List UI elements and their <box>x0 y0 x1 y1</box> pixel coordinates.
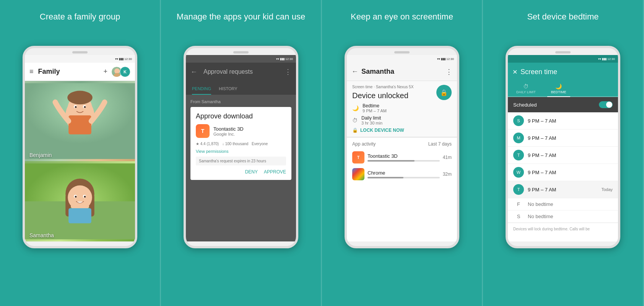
bedtime-tab-label: BEDTIME <box>551 90 566 94</box>
day-time-6: No bedtime <box>528 214 613 219</box>
phone2-status-bar: ▾▾ ▮▮▮ 12:30 <box>186 55 296 63</box>
kid2-name: Samantha <box>29 232 54 238</box>
phone1-status-bar: ▾▾ ▮▮▮ 12:30 <box>25 55 135 63</box>
panel1-heading: Create a family group <box>40 11 120 38</box>
panel3-heading: Keep an eye on screentime <box>351 11 453 38</box>
app2-bar-fill <box>368 177 403 178</box>
phone3-toolbar: ← Samantha ⋮ <box>347 63 457 81</box>
add-icon[interactable]: + <box>103 68 107 76</box>
bedtime-row: 🌙 Bedtime 9 PM – 7 AM <box>352 103 452 113</box>
tab-pending[interactable]: PENDING <box>192 86 211 95</box>
phone2-tabs: PENDING HISTORY <box>186 81 296 95</box>
back-icon[interactable]: ← <box>190 68 197 76</box>
app1-bar-fill <box>368 160 415 162</box>
avatar-2: K <box>120 66 130 77</box>
phone3-status-bar: ▾▾ ▮▮▮ 12:30 <box>347 55 457 63</box>
more-icon[interactable]: ⋮ <box>285 68 291 76</box>
day-row-5[interactable]: FNo bedtime <box>508 198 618 210</box>
scheduled-label: Scheduled <box>513 102 537 108</box>
lock-icon: 🔒 <box>352 128 358 133</box>
scheduled-toggle[interactable] <box>599 101 613 108</box>
day-row-3[interactable]: W9 PM – 7 AM <box>508 164 618 181</box>
day-time-1: 9 PM – 7 AM <box>528 135 613 141</box>
phone2-toolbar: ← Approval requests ⋮ <box>186 63 296 81</box>
phone-2: ▾▾ ▮▮▮ 12:30 ← Approval requests ⋮ PENDI… <box>184 46 298 248</box>
phone2-speaker <box>233 51 249 53</box>
daily-limit-tab-label: DAILY LIMIT <box>516 90 536 94</box>
screen-time-section: Screen time · Samantha's Nexus 5X Device… <box>347 81 457 137</box>
rating: ★ 4.4 (1,870) <box>196 142 219 146</box>
daily-limit-value: 3 hr 30 min <box>361 121 382 125</box>
photo-benjamin: Benjamin <box>25 81 135 161</box>
tab-daily-limit[interactable]: ⏱ DAILY LIMIT <box>512 81 540 97</box>
app-info-row: T Toontastic 3D Google Inc. <box>196 124 286 138</box>
tab-bedtime[interactable]: 🌙 BEDTIME <box>547 81 570 97</box>
day-letter-5: F <box>513 201 524 207</box>
day-row-4[interactable]: T9 PM – 7 AMToday <box>508 181 618 198</box>
day-row-2[interactable]: T9 PM – 7 AM <box>508 147 618 164</box>
usage-row-2: Chrome 32m <box>347 166 457 183</box>
lock-now-button[interactable]: 🔒 LOCK DEVICE NOW <box>352 128 452 133</box>
avatar-group: K <box>111 66 130 77</box>
downloads: ↓ 100 thousand <box>222 142 248 146</box>
from-label: From Samantha <box>190 99 291 104</box>
phone-3: ▾▾ ▮▮▮ 12:30 ← Samantha ⋮ Screen time · … <box>345 46 459 248</box>
days-container: S9 PM – 7 AMM9 PM – 7 AMT9 PM – 7 AMW9 P… <box>508 112 618 223</box>
phone2-title: Approval requests <box>203 68 285 75</box>
day-circle-0: S <box>513 115 524 126</box>
phone3-inner: ▾▾ ▮▮▮ 12:30 ← Samantha ⋮ Screen time · … <box>347 55 457 241</box>
app-activity-header: App activity Last 7 days <box>347 137 457 149</box>
deny-button[interactable]: DENY <box>245 169 258 175</box>
app-icon-toon: T <box>196 124 210 138</box>
phone-4: ▾▾ ▮▮▮ 12:30 ✕ Screen time ⏱ DAILY LIMIT… <box>506 46 620 248</box>
svg-rect-22 <box>68 208 91 223</box>
daily-limit-label: Daily limit <box>361 115 382 121</box>
svg-point-17 <box>68 185 92 210</box>
app-meta: ★ 4.4 (1,870) ↓ 100 thousand Everyone <box>196 142 286 146</box>
day-time-4: 9 PM – 7 AM <box>528 187 598 193</box>
phone2-content: From Samantha Approve download T Toontas… <box>186 95 296 241</box>
phone3-speaker <box>394 51 410 53</box>
day-circle-4: T <box>513 184 524 195</box>
day-letter-6: S <box>513 214 524 219</box>
phone1-inner: ▾▾ ▮▮▮ 12:30 ≡ Family + K <box>25 55 135 241</box>
phone4-content: Scheduled S9 PM – 7 AMM9 PM – 7 AMT9 PM … <box>508 97 618 241</box>
app1-bar <box>368 160 440 162</box>
approval-card: Approve download T Toontastic 3D Google … <box>190 107 291 180</box>
day-row-1[interactable]: M9 PM – 7 AM <box>508 130 618 147</box>
svg-point-9 <box>75 106 77 108</box>
app2-time: 32m <box>443 172 452 177</box>
view-permissions-link[interactable]: View permissions <box>196 149 286 154</box>
app-name: Toontastic 3D <box>213 126 244 132</box>
approve-button[interactable]: APPROVE <box>264 169 286 175</box>
timer-tab-icon: ⏱ <box>523 83 529 89</box>
svg-point-0 <box>114 68 120 74</box>
svg-point-10 <box>84 106 86 108</box>
phone4-toolbar: ✕ Screen time <box>508 63 618 81</box>
day-circle-2: T <box>513 150 524 160</box>
app1-time: 41m <box>443 155 452 160</box>
phone4-title: Screen time <box>520 68 613 76</box>
timer-icon: ⏱ <box>352 117 358 123</box>
phone4-inner: ▾▾ ▮▮▮ 12:30 ✕ Screen time ⏱ DAILY LIMIT… <box>508 55 618 241</box>
phone3-more-icon[interactable]: ⋮ <box>446 68 452 76</box>
phone3-back-icon[interactable]: ← <box>351 68 358 76</box>
bedtime-label: Bedtime <box>363 103 387 108</box>
toggle-knob <box>606 102 612 108</box>
day-row-0[interactable]: S9 PM – 7 AM <box>508 112 618 130</box>
toon-icon: T <box>352 151 364 164</box>
photo-samantha: Samantha <box>25 161 135 241</box>
panel4-heading: Set device bedtime <box>527 11 598 38</box>
panel-manage-apps: Manage the apps your kid can use ▾▾ ▮▮▮ … <box>161 0 322 306</box>
close-icon[interactable]: ✕ <box>512 68 517 76</box>
phone4-tabs: ⏱ DAILY LIMIT 🌙 BEDTIME <box>508 81 618 97</box>
svg-point-20 <box>75 196 77 198</box>
activity-label: App activity <box>352 141 376 147</box>
day-circle-3: W <box>513 167 524 178</box>
panel-bedtime: Set device bedtime ▾▾ ▮▮▮ 12:30 ✕ Screen… <box>483 0 644 306</box>
tab-history[interactable]: HISTORY <box>219 86 237 95</box>
day-row-6[interactable]: SNo bedtime <box>508 210 618 223</box>
day-time-5: No bedtime <box>528 201 613 207</box>
svg-point-21 <box>84 196 86 198</box>
hamburger-icon[interactable]: ≡ <box>29 68 34 76</box>
